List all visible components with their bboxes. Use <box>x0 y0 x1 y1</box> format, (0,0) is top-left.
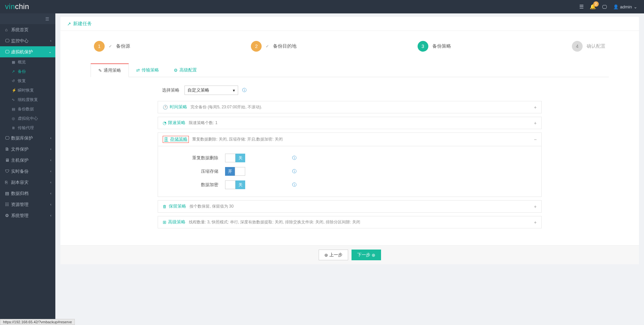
wizard-step-4[interactable]: 4确认配置 <box>572 41 605 52</box>
toggle-row-2: 数据加密关ⓘ <box>158 178 541 192</box>
nav-label: 数据库保护 <box>11 135 33 141</box>
tab-label: 高级配置 <box>179 67 197 73</box>
sub-label: 恢复 <box>18 78 26 84</box>
toggle-switch[interactable]: 关 <box>225 180 245 189</box>
logo: vinchin <box>5 2 29 11</box>
nav-item-1[interactable]: 🖵监控中心‹ <box>0 35 55 46</box>
toggle-label: 压缩存储 <box>158 168 225 174</box>
acc-icon: 🕐 <box>163 105 168 110</box>
arrow-right-icon: ⊛ <box>372 253 375 258</box>
info-icon[interactable]: ⓘ <box>242 87 247 93</box>
wizard-step-1[interactable]: 1✓备份源 <box>94 41 130 52</box>
nav-label: 资源管理 <box>11 202 29 208</box>
accordion-1: ◔ 限速策略限速策略个数: 1+ <box>158 117 542 129</box>
nav-sub-4[interactable]: ∿细粒度恢复 <box>0 95 55 104</box>
toggle-switch[interactable]: 开 <box>225 167 245 176</box>
nav-item-4[interactable]: 🗎文件保护‹ <box>0 144 55 155</box>
nav-item-6[interactable]: 🛡实时备份‹ <box>0 166 55 177</box>
wizard-step-3[interactable]: 3备份策略 <box>418 41 451 52</box>
accordion-4: ⊞ 高级策略线程数量: 3, 快照模式: 串行, 深度有效数据提取: 关闭, 排… <box>158 216 542 228</box>
nav-sub-2[interactable]: ↺恢复 <box>0 76 55 86</box>
nav-item-9[interactable]: ☷资源管理‹ <box>0 199 55 210</box>
accordion-title: 🕐 时间策略 <box>163 104 187 110</box>
tab-icon: ⇄ <box>136 68 140 73</box>
nav-label: 系统管理 <box>11 213 29 219</box>
accordion-header[interactable]: ⊞ 高级策略线程数量: 3, 快照模式: 串行, 深度有效数据提取: 关闭, 排… <box>158 216 541 228</box>
nav-sub-1[interactable]: ↗备份 <box>0 67 55 76</box>
nav-sub-0[interactable]: ▦概览 <box>0 57 55 67</box>
tab-icon: ⚙ <box>174 68 178 73</box>
check-icon: ✓ <box>109 44 112 49</box>
tab-0[interactable]: ✎通用策略 <box>91 63 129 77</box>
sidebar-toggle[interactable]: ☰ <box>0 13 55 24</box>
nav-icon: 🖵 <box>5 136 11 141</box>
chevron-icon: ‹ <box>50 158 51 162</box>
chevron-icon: ‹ <box>50 39 51 43</box>
nav-item-2[interactable]: 🖵虚拟机保护⌄ <box>0 46 55 57</box>
select-policy-value: 自定义策略 <box>187 87 209 93</box>
accordion-title: ◔ 限速策略 <box>163 120 185 126</box>
sub-label: 虚拟化中心 <box>18 116 38 121</box>
nav-sub-7[interactable]: 🗎传输代理 <box>0 123 55 132</box>
accordion-desc: 完全备份 (每周5, 23:07:00开始, 不滚动). <box>191 104 262 110</box>
monitor-icon[interactable]: 🖵 <box>602 4 607 10</box>
nav-label: 系统首页 <box>11 27 29 33</box>
accordion-header[interactable]: 🗄 存储策略重复数据删除: 关闭, 压缩存储: 开启,数据加密: 关闭− <box>158 133 541 146</box>
nav-item-10[interactable]: ⚙系统管理‹ <box>0 210 55 221</box>
panel-footer: ⊛上一步 下一步⊛ <box>60 245 639 264</box>
step-label: 确认配置 <box>587 43 605 49</box>
info-icon[interactable]: ⓘ <box>292 168 297 174</box>
info-icon[interactable]: ⓘ <box>292 155 297 161</box>
toggle-label: 数据加密 <box>158 182 225 188</box>
sub-icon: ◎ <box>12 116 18 121</box>
chevron-icon: ‹ <box>50 180 51 184</box>
acc-icon: 🗄 <box>164 137 168 142</box>
nav-label: 数据归档 <box>11 191 29 197</box>
select-policy-dropdown[interactable]: 自定义策略 ▾ <box>184 86 238 95</box>
chevron-icon: ‹ <box>50 147 51 151</box>
accordion-list: 🕐 时间策略完全备份 (每周5, 23:07:00开始, 不滚动).+◔ 限速策… <box>91 101 609 238</box>
main-content: ↗ 新建任务 1✓备份源2✓备份目的地3备份策略4确认配置 ✎通用策略⇄传输策略… <box>55 13 644 268</box>
nav-item-8[interactable]: ▤数据归档‹ <box>0 188 55 199</box>
info-icon[interactable]: ⓘ <box>292 182 297 188</box>
bell-icon[interactable]: 🔔2 <box>590 4 596 10</box>
chevron-icon: ‹ <box>50 214 51 217</box>
nav-sub-3[interactable]: ⚡瞬时恢复 <box>0 86 55 95</box>
accordion-header[interactable]: ◔ 限速策略限速策略个数: 1+ <box>158 117 541 129</box>
select-policy-row: 选择策略 自定义策略 ▾ ⓘ <box>158 86 609 95</box>
nav-label: 副本容灾 <box>11 179 29 185</box>
toggle-switch[interactable]: 关 <box>225 154 245 162</box>
user-menu[interactable]: 👤 admin ⌄ <box>613 4 637 9</box>
nav-item-3[interactable]: 🖵数据库保护‹ <box>0 132 55 144</box>
nav-item-0[interactable]: ⌂系统首页 <box>0 24 55 35</box>
sub-icon: ▦ <box>12 60 18 64</box>
nav-label: 主机保护 <box>11 157 29 163</box>
accordion-2: 🗄 存储策略重复数据删除: 关闭, 压缩存储: 开启,数据加密: 关闭−重复数据… <box>158 132 542 197</box>
accordion-0: 🕐 时间策略完全备份 (每周5, 23:07:00开始, 不滚动).+ <box>158 101 542 113</box>
nav-sub-5[interactable]: ▤备份数据 <box>0 104 55 114</box>
toggle-row-0: 重复数据删除关ⓘ <box>158 151 541 165</box>
tab-1[interactable]: ⇄传输策略 <box>129 63 166 77</box>
step-label: 备份策略 <box>432 43 451 49</box>
panel-body: 1✓备份源2✓备份目的地3备份策略4确认配置 ✎通用策略⇄传输策略⚙高级配置 选… <box>60 31 639 245</box>
wizard-steps: 1✓备份源2✓备份目的地3备份策略4确认配置 <box>60 41 639 63</box>
tab-label: 传输策略 <box>142 67 159 73</box>
step-label: 备份源 <box>116 43 130 49</box>
next-button[interactable]: 下一步⊛ <box>352 250 381 260</box>
nav-icon: ▤ <box>5 191 11 196</box>
accordion-header[interactable]: 🕐 时间策略完全备份 (每周5, 23:07:00开始, 不滚动).+ <box>158 101 541 113</box>
nav-sub-6[interactable]: ◎虚拟化中心 <box>0 114 55 123</box>
wizard-step-2[interactable]: 2✓备份目的地 <box>251 41 297 52</box>
nav-item-7[interactable]: ⎘副本容灾‹ <box>0 177 55 188</box>
chevron-icon: ‹ <box>50 203 51 206</box>
tab-2[interactable]: ⚙高级配置 <box>166 63 204 77</box>
accordion-title: 🗄 存储策略 <box>163 136 189 143</box>
sub-label: 传输代理 <box>18 125 34 131</box>
nav-icon: 🖵 <box>5 38 11 43</box>
nav-item-5[interactable]: 🖥主机保护‹ <box>0 155 55 166</box>
prev-button[interactable]: ⊛上一步 <box>319 250 348 260</box>
nav-icon: ☷ <box>5 202 11 207</box>
accordion-header[interactable]: 🗑 保留策略按个数保留, 保留值为 30+ <box>158 201 541 212</box>
acc-icon: ⊞ <box>163 220 166 225</box>
queue-icon[interactable]: ☰ <box>579 4 584 10</box>
